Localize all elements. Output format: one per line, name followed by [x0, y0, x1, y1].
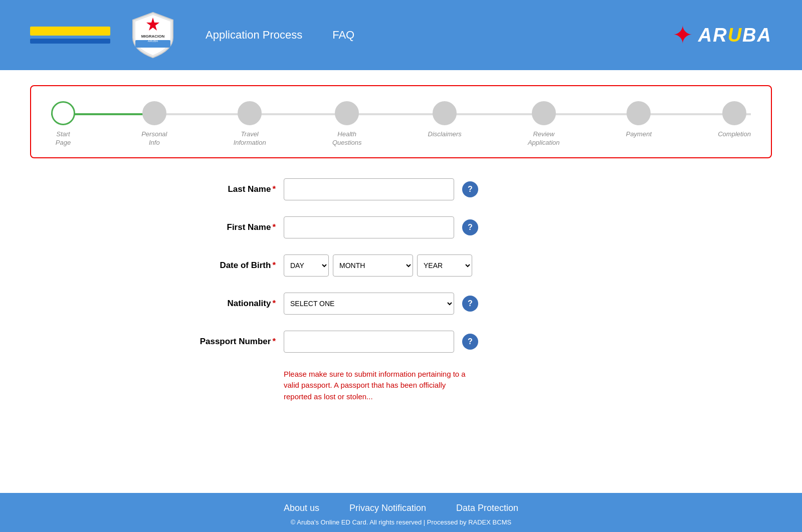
nationality-required: * [272, 299, 276, 308]
footer-copyright: © Aruba's Online ED Card. All rights res… [0, 518, 802, 526]
flag-bar-blue [30, 39, 110, 44]
step-payment[interactable]: Payment [626, 101, 652, 147]
aruba-star-icon: ✦ [672, 23, 693, 48]
nationality-row: Nationality* SELECT ONE ? [175, 293, 627, 315]
step-review-application[interactable]: ReviewApplication [528, 101, 560, 147]
passport-row: Passport Number* ? [175, 331, 627, 353]
aruba-brand-text: ARUBA [698, 25, 772, 46]
step-circle-health [335, 101, 359, 125]
dob-year-select[interactable]: YEAR [417, 254, 472, 277]
step-completion[interactable]: Completion [718, 101, 751, 147]
dob-label: Date of Birth* [175, 260, 276, 271]
step-label-travel: TravelInformation [234, 130, 266, 147]
step-label-payment: Payment [626, 130, 652, 139]
step-circle-completion [722, 101, 746, 125]
step-circle-disclaimers [433, 101, 457, 125]
main-content: StartPage PersonalInfo TravelInformation… [0, 70, 802, 493]
step-circle-start [51, 101, 75, 125]
nationality-select[interactable]: SELECT ONE [284, 293, 454, 315]
nationality-help-icon[interactable]: ? [462, 296, 478, 312]
dob-row: Date of Birth* DAY MONTH JanuaryFebruary… [175, 254, 627, 277]
step-disclaimers[interactable]: Disclaimers [428, 101, 462, 147]
stepper-container: StartPage PersonalInfo TravelInformation… [30, 85, 772, 158]
last-name-label-text: Last Name [228, 184, 271, 194]
step-circle-travel [238, 101, 262, 125]
step-circle-payment [627, 101, 651, 125]
last-name-help-icon[interactable]: ? [462, 181, 478, 197]
dob-label-text: Date of Birth [220, 260, 271, 270]
passport-help-icon[interactable]: ? [462, 334, 478, 350]
step-label-start: StartPage [56, 130, 71, 147]
step-personal-info[interactable]: PersonalInfo [141, 101, 167, 147]
first-name-required: * [272, 222, 276, 232]
dob-day-select[interactable]: DAY [284, 254, 329, 277]
nationality-label: Nationality* [175, 299, 276, 309]
main-nav: Application Process FAQ [206, 29, 657, 42]
header-right: ✦ ARUBA [672, 23, 772, 48]
application-form: Last Name* ? First Name* ? Date of Birth… [175, 178, 627, 403]
dob-required: * [272, 260, 276, 270]
svg-text:MIGRACION: MIGRACION [141, 34, 165, 39]
step-health-questions[interactable]: HealthQuestions [332, 101, 362, 147]
migracion-logo: MIGRACION ARUBA [130, 10, 175, 60]
site-footer: About us Privacy Notification Data Prote… [0, 493, 802, 532]
step-start[interactable]: StartPage [51, 101, 75, 147]
step-label-review: ReviewApplication [528, 130, 560, 147]
first-name-help-icon[interactable]: ? [462, 219, 478, 235]
footer-about-us[interactable]: About us [284, 503, 319, 513]
step-label-completion: Completion [718, 130, 751, 139]
step-label-disclaimers: Disclaimers [428, 130, 462, 139]
nav-application-process[interactable]: Application Process [206, 29, 302, 42]
dob-month-select[interactable]: MONTH JanuaryFebruaryMarch AprilMayJune … [333, 254, 413, 277]
footer-data-protection[interactable]: Data Protection [456, 503, 518, 513]
last-name-required: * [272, 184, 276, 194]
footer-privacy-notification[interactable]: Privacy Notification [349, 503, 426, 513]
stepper-steps: StartPage PersonalInfo TravelInformation… [51, 101, 751, 147]
passport-required: * [272, 337, 276, 346]
first-name-label: First Name* [175, 222, 276, 232]
last-name-row: Last Name* ? [175, 178, 627, 200]
passport-input[interactable] [284, 331, 454, 353]
step-circle-review [532, 101, 556, 125]
nav-faq[interactable]: FAQ [332, 29, 354, 42]
step-label-health: HealthQuestions [332, 130, 362, 147]
footer-links: About us Privacy Notification Data Prote… [0, 503, 802, 513]
step-circle-personal-info [142, 101, 166, 125]
step-label-personal-info: PersonalInfo [141, 130, 167, 147]
flag-bar-yellow [30, 27, 110, 36]
first-name-row: First Name* ? [175, 216, 627, 238]
stepper: StartPage PersonalInfo TravelInformation… [51, 101, 751, 147]
site-header: MIGRACION ARUBA Application Process FAQ … [0, 0, 802, 70]
svg-text:ARUBA: ARUBA [148, 40, 158, 43]
passport-label: Passport Number* [175, 337, 276, 347]
step-travel-information[interactable]: TravelInformation [234, 101, 266, 147]
first-name-label-text: First Name [227, 222, 271, 232]
last-name-label: Last Name* [175, 184, 276, 194]
first-name-input[interactable] [284, 216, 454, 238]
flag-logo [30, 27, 110, 44]
nationality-label-text: Nationality [227, 299, 271, 308]
last-name-input[interactable] [284, 178, 454, 200]
passport-note: Please make sure to submit information p… [284, 369, 474, 403]
dob-group: DAY MONTH JanuaryFebruaryMarch AprilMayJ… [284, 254, 472, 277]
passport-label-text: Passport Number [200, 337, 271, 346]
